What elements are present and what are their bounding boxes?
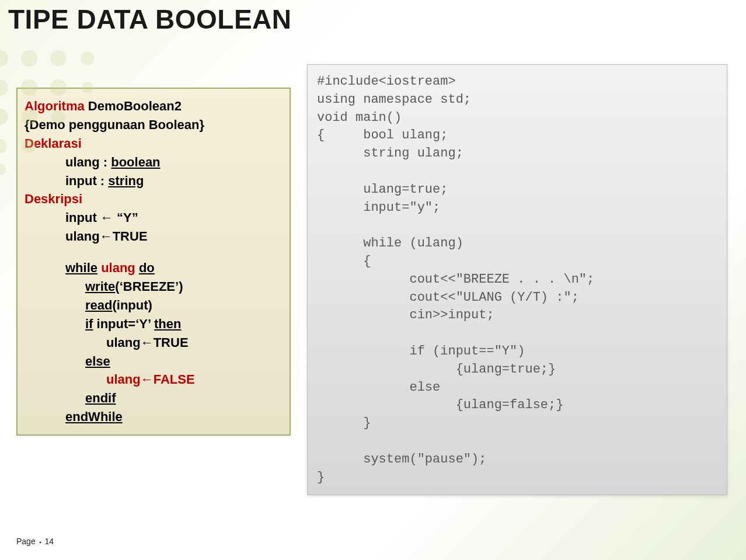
page-footer: Page ▪ 14 bbox=[16, 537, 54, 546]
algo-var: ulang←FALSE bbox=[106, 372, 195, 387]
algo-keyword: endif bbox=[25, 389, 283, 408]
algo-text: (‘BREEZE’) bbox=[115, 279, 183, 294]
code-box: #include<iostream> using namespace std; … bbox=[307, 64, 727, 495]
algo-keyword: if bbox=[85, 316, 93, 331]
algo-keyword: do bbox=[139, 260, 155, 275]
algo-text: DemoBoolean2 bbox=[85, 99, 182, 113]
algo-text: ulang←TRUE bbox=[25, 333, 283, 352]
content-area: Algoritma DemoBoolean2 {Demo penggunaan … bbox=[0, 35, 746, 495]
algo-keyword: Algoritma bbox=[25, 99, 85, 113]
algo-keyword: Deskripsi bbox=[25, 190, 283, 208]
bullet-icon: ▪ bbox=[38, 539, 45, 545]
algo-keyword: while bbox=[65, 260, 97, 275]
algo-type: boolean bbox=[111, 155, 160, 169]
footer-page-number: 14 bbox=[44, 537, 54, 546]
algo-text: input ← “Y” bbox=[25, 208, 283, 227]
algo-text: ulang : bbox=[65, 155, 111, 169]
algo-text: input=‘Y’ bbox=[93, 316, 154, 331]
algo-var: ulang bbox=[97, 260, 139, 275]
algo-text: ulang←TRUE bbox=[25, 227, 283, 246]
algo-type: string bbox=[108, 173, 144, 188]
slide-title: TIPE DATA BOOLEAN bbox=[0, 0, 746, 35]
algo-text: {Demo penggunaan Boolean} bbox=[25, 116, 283, 134]
algorithm-box: Algoritma DemoBoolean2 {Demo penggunaan … bbox=[16, 88, 291, 436]
algo-text: input : bbox=[65, 173, 108, 188]
algo-keyword: endWhile bbox=[25, 408, 283, 426]
algo-keyword: else bbox=[25, 352, 283, 371]
algo-keyword: write bbox=[85, 279, 115, 294]
algo-keyword: Deklarasi bbox=[25, 134, 283, 153]
algo-text: (input) bbox=[112, 298, 152, 312]
footer-page-label: Page bbox=[16, 537, 36, 546]
algo-keyword: read bbox=[85, 298, 112, 312]
algo-keyword: then bbox=[154, 316, 181, 331]
